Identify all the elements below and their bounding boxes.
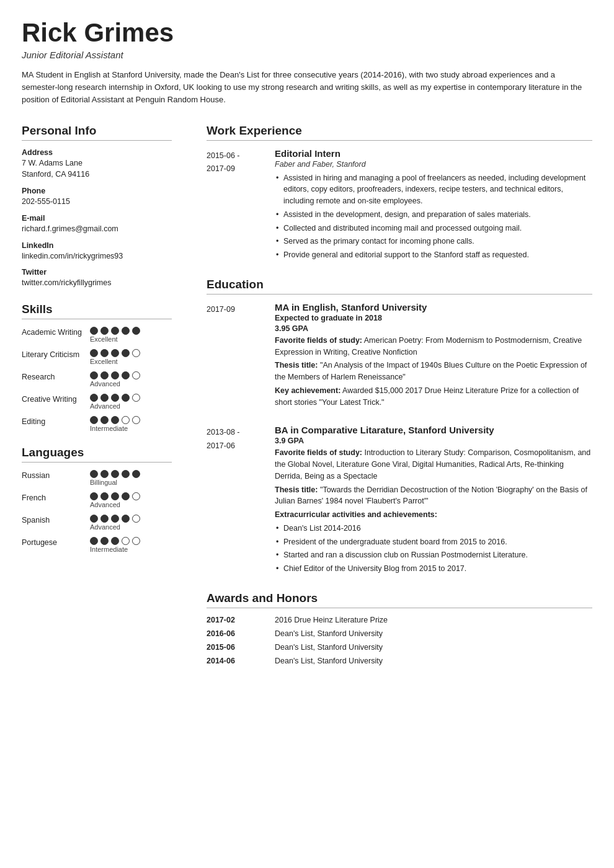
filled-dot <box>100 394 109 402</box>
skill-name: French <box>22 492 84 502</box>
filled-dot <box>90 492 98 500</box>
filled-dot <box>122 349 130 357</box>
edu-extra-bold: Thesis title: <box>275 361 318 370</box>
award-date: 2017-02 <box>207 616 275 624</box>
info-value: richard.f.grimes@gmail.com <box>22 223 172 235</box>
empty-dot <box>122 416 130 424</box>
filled-dot <box>122 515 130 523</box>
bullet-list: Assisted in hiring and managing a pool o… <box>275 172 592 261</box>
skills-section: Skills Academic WritingExcellentLiterary… <box>22 303 172 432</box>
summary-text: MA Student in English at Stanford Univer… <box>22 69 592 106</box>
filled-dot <box>132 470 140 478</box>
skill-level: Intermediate <box>90 425 128 432</box>
filled-dot <box>90 537 98 545</box>
entry-content: Editorial InternFaber and Faber, Stanfor… <box>275 148 592 263</box>
award-row: 2016-06Dean's List, Stanford University <box>207 629 592 638</box>
award-date: 2016-06 <box>207 629 275 638</box>
education-entries: 2017-09MA in English, Stanford Universit… <box>207 302 592 577</box>
filled-dot <box>100 416 109 424</box>
work-entry: 2015-06 - 2017-09Editorial InternFaber a… <box>207 148 592 263</box>
skill-level: Advanced <box>90 523 120 531</box>
skill-dots <box>90 394 140 402</box>
filled-dot <box>111 492 119 500</box>
skill-dots <box>90 327 140 335</box>
edu-expected: Expected to graduate in 2018 <box>275 314 592 322</box>
languages-list: RussianBillingualFrenchAdvancedSpanishAd… <box>22 470 172 553</box>
awards-title: Awards and Honors <box>207 591 592 608</box>
award-desc: Dean's List, Stanford University <box>275 643 592 652</box>
list-item: Assisted in the development, design, and… <box>275 209 592 221</box>
empty-dot <box>122 537 130 545</box>
skill-level: Advanced <box>90 402 120 410</box>
languages-title: Languages <box>22 446 172 463</box>
list-item: Collected and distributed incoming mail … <box>275 223 592 234</box>
languages-section: Languages RussianBillingualFrenchAdvance… <box>22 446 172 553</box>
empty-dot <box>132 492 140 500</box>
award-desc: Dean's List, Stanford University <box>275 629 592 638</box>
filled-dot <box>111 327 119 335</box>
skill-dots <box>90 371 140 379</box>
info-label: E-mail <box>22 214 172 223</box>
empty-dot <box>132 416 140 424</box>
edu-extra: Thesis title: "Towards the Derridian Dec… <box>275 484 592 508</box>
filled-dot <box>100 492 109 500</box>
entry-date: 2015-06 - 2017-09 <box>207 148 275 263</box>
filled-dot <box>111 349 119 357</box>
filled-dot <box>100 515 109 523</box>
skill-row: Academic WritingExcellent <box>22 327 172 343</box>
skill-dots <box>90 515 140 523</box>
list-item: Provide general and editorial support to… <box>275 249 592 261</box>
skill-level: Advanced <box>90 380 120 388</box>
filled-dot <box>122 371 130 379</box>
edu-extra-bold: Extracurricular activities and achieveme… <box>275 510 437 519</box>
filled-dot <box>111 416 119 424</box>
filled-dot <box>90 394 98 402</box>
personal-info-title: Personal Info <box>22 124 172 141</box>
skills-title: Skills <box>22 303 172 319</box>
edu-extra: Thesis title: "An Analysis of the Impact… <box>275 360 592 383</box>
edu-content: MA in English, Stanford UniversityExpect… <box>275 302 592 410</box>
skill-name: Creative Writing <box>22 394 84 404</box>
edu-content: BA in Comparative Litarature, Stanford U… <box>275 425 592 577</box>
skill-level: Excellent <box>90 335 118 343</box>
filled-dot <box>111 470 119 478</box>
award-row: 2017-022016 Drue Heinz Literature Prize <box>207 616 592 624</box>
skill-row: PortugeseIntermediate <box>22 537 172 553</box>
info-label: Twitter <box>22 268 172 277</box>
filled-dot <box>122 327 130 335</box>
edu-extra-bold: Favorite fields of study: <box>275 448 362 457</box>
skill-level: Intermediate <box>90 546 128 553</box>
skill-row: FrenchAdvanced <box>22 492 172 508</box>
personal-info-section: Personal Info Address7 W. Adams Lane Sta… <box>22 124 172 290</box>
empty-dot <box>132 349 140 357</box>
skill-name: Academic Writing <box>22 327 84 337</box>
edu-extra-bold: Key achievement: <box>275 386 340 395</box>
education-entry: 2017-09MA in English, Stanford Universit… <box>207 302 592 410</box>
education-entry: 2013-08 - 2017-06BA in Comparative Litar… <box>207 425 592 577</box>
entry-subtitle: Faber and Faber, Stanford <box>275 160 592 169</box>
skill-dots <box>90 537 140 545</box>
edu-extra: Favorite fields of study: Introduction t… <box>275 447 592 482</box>
info-label: Address <box>22 148 172 157</box>
skill-level: Billingual <box>90 479 117 486</box>
filled-dot <box>100 470 109 478</box>
skill-level: Advanced <box>90 501 120 508</box>
empty-dot <box>132 515 140 523</box>
filled-dot <box>100 349 109 357</box>
edu-gpa: 3.95 GPA <box>275 324 592 333</box>
skill-row: Literary CriticismExcellent <box>22 349 172 365</box>
filled-dot <box>90 515 98 523</box>
education-title: Education <box>207 278 592 294</box>
awards-entries: 2017-022016 Drue Heinz Literature Prize2… <box>207 616 592 665</box>
info-value: 202-555-0115 <box>22 196 172 208</box>
award-row: 2014-06Dean's List, Stanford University <box>207 657 592 665</box>
edu-title: BA in Comparative Litarature, Stanford U… <box>275 425 592 435</box>
filled-dot <box>90 470 98 478</box>
personal-info-fields: Address7 W. Adams Lane Stanford, CA 9411… <box>22 148 172 290</box>
info-value: 7 W. Adams Lane Stanford, CA 94116 <box>22 157 172 181</box>
edu-gpa: 3.9 GPA <box>275 436 592 445</box>
filled-dot <box>100 327 109 335</box>
info-value: linkedin.com/in/rickygrimes93 <box>22 250 172 262</box>
list-item: President of the undergraduate student b… <box>275 536 592 548</box>
filled-dot <box>111 515 119 523</box>
